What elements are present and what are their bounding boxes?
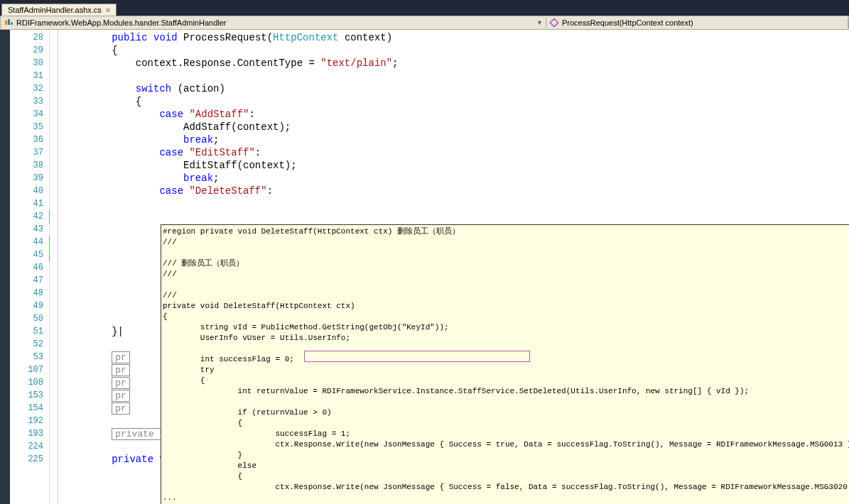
line-number: 193+ bbox=[10, 427, 49, 440]
code-line: context.Response.ContentType = "text/pla… bbox=[50, 57, 849, 70]
line-number: 107+ bbox=[10, 363, 49, 376]
left-border bbox=[0, 30, 10, 504]
class-dropdown[interactable]: RDIFramework.WebApp.Modules.hander.Staff… bbox=[1, 18, 546, 28]
collapsed-region[interactable]: pr bbox=[112, 390, 130, 402]
line-number: 35 bbox=[10, 121, 49, 133]
collapsed-region[interactable]: pr bbox=[112, 351, 130, 363]
svg-rect-3 bbox=[550, 18, 558, 26]
code-area[interactable]: public void ProcessRequest(HttpContext c… bbox=[50, 30, 849, 504]
line-number: 48 bbox=[10, 287, 49, 300]
chevron-down-icon: ▼ bbox=[536, 19, 543, 26]
line-number: 30 bbox=[10, 57, 49, 70]
code-line: break; bbox=[50, 133, 849, 146]
tab-bar: StaffAdminHandler.ashx.cs × bbox=[0, 0, 849, 16]
line-number: 52 bbox=[10, 338, 49, 351]
svg-rect-0 bbox=[5, 21, 7, 25]
line-number: 154+ bbox=[10, 402, 49, 415]
line-number: 225- bbox=[10, 453, 49, 466]
line-number: 36 bbox=[10, 133, 49, 146]
code-line: case "DeleteStaff": bbox=[50, 185, 849, 197]
close-icon[interactable]: × bbox=[106, 6, 110, 14]
line-number: 51 bbox=[10, 325, 49, 338]
line-number: 43 bbox=[10, 223, 49, 236]
line-number: 40 bbox=[10, 185, 49, 197]
line-number: 39 bbox=[10, 172, 49, 185]
class-name: RDIFramework.WebApp.Modules.hander.Staff… bbox=[16, 18, 227, 27]
line-number: 34 bbox=[10, 108, 49, 121]
line-number: 153+ bbox=[10, 389, 49, 402]
collapsed-region[interactable]: pr bbox=[112, 364, 130, 376]
line-number: 33 bbox=[10, 95, 49, 108]
code-line: switch (action) bbox=[50, 82, 849, 95]
code-line bbox=[50, 210, 849, 223]
method-icon bbox=[549, 18, 559, 28]
code-line: AddStaff(context); bbox=[50, 121, 849, 133]
line-number: 41 bbox=[10, 197, 49, 210]
line-number: 45 bbox=[10, 248, 49, 261]
class-icon bbox=[4, 18, 13, 28]
collapsed-region[interactable]: pr bbox=[112, 402, 130, 415]
code-line: { bbox=[50, 44, 849, 57]
code-tooltip: #region private void DeleteStaff(HttpCon… bbox=[161, 224, 849, 504]
code-line: public void ProcessRequest(HttpContext c… bbox=[50, 31, 849, 44]
method-dropdown[interactable]: ProcessRequest(HttpContext context) bbox=[546, 18, 848, 28]
method-name: ProcessRequest(HttpContext context) bbox=[562, 18, 693, 27]
line-number: 192 bbox=[10, 415, 49, 427]
line-number: 49 bbox=[10, 300, 49, 312]
code-line bbox=[50, 197, 849, 210]
line-number: 53+ bbox=[10, 351, 49, 363]
code-line bbox=[50, 70, 849, 82]
svg-rect-1 bbox=[8, 19, 10, 25]
line-number: 29 bbox=[10, 44, 49, 57]
line-number: 108+ bbox=[10, 376, 49, 389]
svg-rect-2 bbox=[11, 22, 13, 25]
code-line: case "AddStaff": bbox=[50, 108, 849, 121]
line-number: 44 bbox=[10, 236, 49, 248]
code-line: EditStaff(context); bbox=[50, 159, 849, 172]
line-number: 38 bbox=[10, 159, 49, 172]
collapsed-region[interactable]: pr bbox=[112, 377, 130, 389]
code-line: { bbox=[50, 95, 849, 108]
tab-label: StaffAdminHandler.ashx.cs bbox=[8, 6, 102, 14]
editor: 28- 29 30 31 32 33 34 35 36 37 38 39 40 … bbox=[0, 30, 849, 504]
file-tab[interactable]: StaffAdminHandler.ashx.cs × bbox=[1, 4, 117, 16]
line-number: 46 bbox=[10, 261, 49, 274]
line-number: 50 bbox=[10, 312, 49, 325]
line-number: 28- bbox=[10, 31, 49, 44]
line-number: 47 bbox=[10, 274, 49, 287]
line-number: 42 bbox=[10, 210, 49, 223]
highlight-box bbox=[304, 351, 530, 362]
line-number: 224 bbox=[10, 440, 49, 453]
navigation-bar: RDIFramework.WebApp.Modules.hander.Staff… bbox=[0, 16, 849, 30]
line-number: 31 bbox=[10, 70, 49, 82]
line-number: 37 bbox=[10, 146, 49, 159]
code-line: break; bbox=[50, 172, 849, 185]
code-line: case "EditStaff": bbox=[50, 146, 849, 159]
line-gutter: 28- 29 30 31 32 33 34 35 36 37 38 39 40 … bbox=[10, 30, 50, 504]
line-number: 32 bbox=[10, 82, 49, 95]
